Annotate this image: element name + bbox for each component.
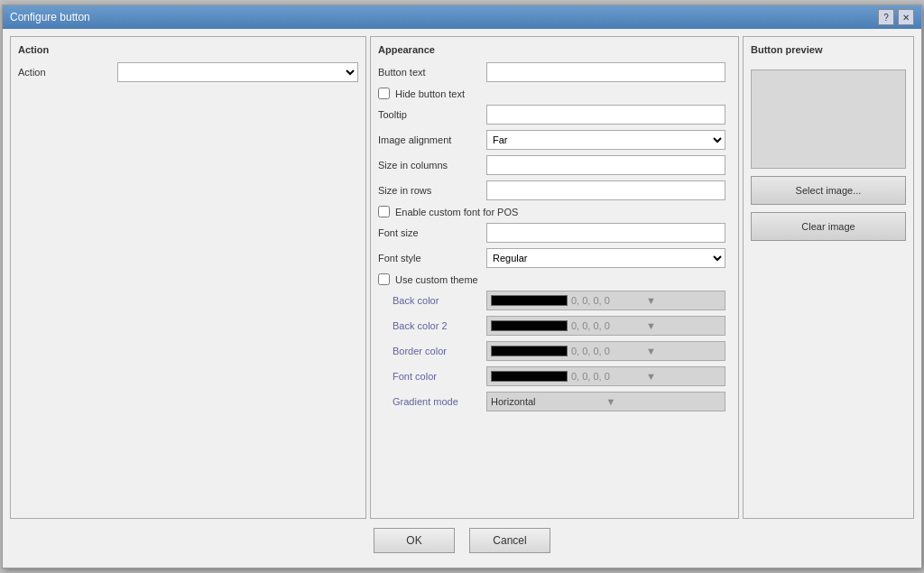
- tooltip-input[interactable]: [486, 105, 725, 125]
- size-rows-input[interactable]: 1: [486, 180, 725, 200]
- gradient-mode-row: Gradient mode Horizontal ▼: [378, 392, 731, 411]
- font-style-select[interactable]: Regular Bold Italic Bold Italic: [486, 248, 725, 268]
- close-button[interactable]: ✕: [898, 9, 914, 25]
- image-alignment-label: Image alignment: [378, 134, 486, 145]
- border-color-arrow: ▼: [646, 346, 721, 356]
- button-text-row: Button text: [378, 62, 731, 82]
- color-section: Back color 0, 0, 0, 0 ▼ Back color 2 0,: [378, 291, 731, 411]
- font-size-label: Font size: [378, 227, 486, 238]
- dialog-title: Configure button: [10, 11, 90, 23]
- appearance-panel-title: Appearance: [378, 44, 731, 55]
- cancel-button[interactable]: Cancel: [469, 528, 550, 553]
- hide-button-text-label: Hide button text: [395, 88, 465, 99]
- font-color-row: Font color 0, 0, 0, 0 ▼: [378, 366, 731, 386]
- font-color-select[interactable]: 0, 0, 0, 0 ▼: [486, 366, 725, 386]
- hide-button-text-row: Hide button text: [378, 88, 731, 99]
- gradient-mode-value: Horizontal: [491, 396, 606, 407]
- font-style-label: Font style: [378, 253, 486, 263]
- tooltip-row: Tooltip: [378, 105, 731, 125]
- size-columns-row: Size in columns 1: [378, 155, 731, 175]
- appearance-panel: Appearance Button text Hide button text …: [370, 36, 739, 519]
- font-size-row: Font size 12: [378, 223, 731, 243]
- action-select[interactable]: [117, 62, 358, 82]
- back-color-row: Back color 0, 0, 0, 0 ▼: [378, 291, 731, 310]
- image-alignment-select[interactable]: Near Far Center: [486, 130, 725, 150]
- clear-image-button[interactable]: Clear image: [751, 212, 906, 241]
- border-color-select[interactable]: 0, 0, 0, 0 ▼: [486, 341, 725, 361]
- action-field-row: Action: [18, 62, 358, 82]
- button-preview-area: [751, 69, 906, 169]
- back-color2-arrow: ▼: [646, 320, 721, 331]
- button-text-input[interactable]: [486, 62, 725, 82]
- button-preview-title: Button preview: [751, 44, 906, 55]
- font-color-label: Font color: [378, 371, 486, 382]
- size-rows-row: Size in rows 1: [378, 180, 731, 200]
- enable-custom-font-label: Enable custom font for POS: [395, 207, 518, 217]
- use-custom-theme-checkbox[interactable]: [378, 273, 390, 285]
- border-color-label: Border color: [378, 346, 486, 356]
- back-color2-label: Back color 2: [378, 320, 486, 331]
- enable-custom-font-row: Enable custom font for POS: [378, 206, 731, 217]
- size-columns-label: Size in columns: [378, 160, 486, 171]
- size-columns-input[interactable]: 1: [486, 155, 725, 175]
- hide-button-text-checkbox[interactable]: [378, 88, 390, 99]
- font-color-value: 0, 0, 0, 0: [571, 371, 646, 382]
- gradient-mode-label: Gradient mode: [378, 396, 486, 407]
- size-rows-label: Size in rows: [378, 185, 486, 196]
- gradient-mode-arrow: ▼: [606, 396, 722, 407]
- main-content: Action Action Appearance Button text: [10, 36, 914, 519]
- button-preview-panel: Button preview Select image... Clear ima…: [743, 36, 914, 519]
- configure-button-dialog: Configure button ? ✕ Action Action Appea…: [2, 5, 922, 568]
- back-color-preview: [491, 295, 568, 306]
- footer: OK Cancel: [10, 519, 914, 560]
- dialog-body: Action Action Appearance Button text: [3, 29, 921, 568]
- font-size-input[interactable]: 12: [486, 223, 725, 243]
- gradient-mode-select[interactable]: Horizontal ▼: [486, 392, 725, 411]
- back-color-value: 0, 0, 0, 0: [571, 295, 646, 306]
- border-color-value: 0, 0, 0, 0: [571, 346, 646, 356]
- ok-button[interactable]: OK: [374, 528, 455, 553]
- tooltip-label: Tooltip: [378, 109, 486, 120]
- border-color-preview: [491, 346, 568, 356]
- title-bar-buttons: ? ✕: [878, 9, 914, 25]
- font-color-arrow: ▼: [646, 371, 721, 382]
- image-alignment-row: Image alignment Near Far Center: [378, 130, 731, 150]
- back-color-select[interactable]: 0, 0, 0, 0 ▼: [486, 291, 725, 310]
- font-style-row: Font style Regular Bold Italic Bold Ital…: [378, 248, 731, 268]
- use-custom-theme-row: Use custom theme: [378, 273, 731, 285]
- back-color-label: Back color: [378, 295, 486, 306]
- title-bar: Configure button ? ✕: [3, 5, 921, 29]
- action-panel-title: Action: [18, 44, 358, 55]
- enable-custom-font-checkbox[interactable]: [378, 206, 390, 217]
- back-color-arrow: ▼: [646, 295, 721, 306]
- back-color2-value: 0, 0, 0, 0: [571, 320, 646, 331]
- back-color2-preview: [491, 320, 568, 331]
- action-panel: Action Action: [10, 36, 366, 519]
- button-text-label: Button text: [378, 67, 486, 78]
- select-image-button[interactable]: Select image...: [751, 176, 906, 205]
- help-button[interactable]: ?: [878, 9, 894, 25]
- use-custom-theme-label: Use custom theme: [395, 274, 478, 285]
- action-label: Action: [18, 67, 117, 78]
- font-color-preview: [491, 371, 568, 382]
- border-color-row: Border color 0, 0, 0, 0 ▼: [378, 341, 731, 361]
- back-color2-select[interactable]: 0, 0, 0, 0 ▼: [486, 316, 725, 336]
- back-color2-row: Back color 2 0, 0, 0, 0 ▼: [378, 316, 731, 336]
